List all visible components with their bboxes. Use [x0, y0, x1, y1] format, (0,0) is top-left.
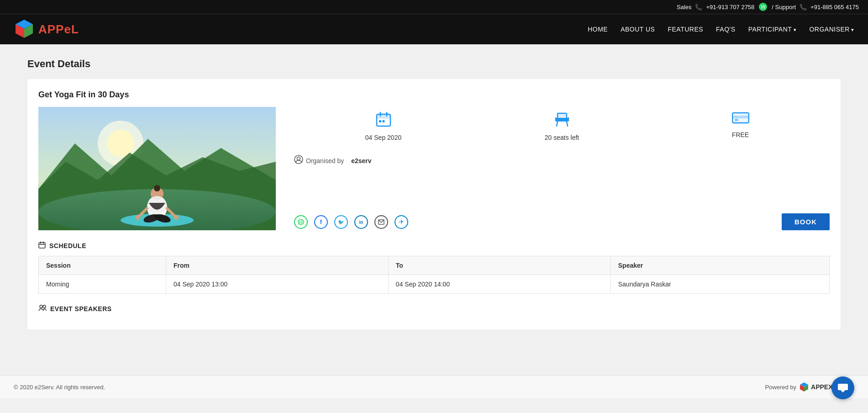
- phone-icon-2: 📞: [800, 4, 807, 11]
- svg-point-50: [40, 305, 42, 308]
- organiser-icon: [294, 155, 303, 166]
- speakers-title: EVENT SPEAKERS: [50, 305, 112, 312]
- linkedin-share-icon[interactable]: in: [354, 215, 368, 229]
- nav-about[interactable]: ABOUT US: [621, 26, 655, 33]
- svg-point-16: [174, 215, 179, 220]
- nav-features[interactable]: FEATURES: [668, 26, 703, 33]
- event-card: Get Yoga Fit in 30 Days: [27, 79, 841, 329]
- footer: © 2020 e2Serv. All rights reserved. Powe…: [0, 375, 868, 398]
- svg-point-15: [136, 215, 140, 220]
- cell-speaker: Saundarya Raskar: [610, 275, 829, 294]
- svg-rect-24: [379, 120, 381, 122]
- book-button[interactable]: BOOK: [782, 213, 830, 230]
- svg-rect-46: [39, 243, 45, 248]
- price-stat: FREE: [651, 107, 830, 146]
- chat-button[interactable]: [831, 376, 854, 398]
- email-share-icon[interactable]: [374, 215, 388, 229]
- nav-organiser-dropdown[interactable]: ORGANISER: [809, 26, 854, 33]
- svg-text:in: in: [359, 220, 363, 225]
- cell-to: 04 Sep 2020 14:00: [388, 275, 610, 294]
- calendar-icon: [376, 111, 391, 130]
- table-row: Morning04 Sep 2020 13:0004 Sep 2020 14:0…: [39, 275, 830, 294]
- logo-text: APPeL: [38, 22, 79, 37]
- col-from: From: [166, 256, 388, 275]
- col-speaker: Speaker: [610, 256, 829, 275]
- seats-stat: 20 seats left: [473, 107, 651, 146]
- schedule-calendar-icon: [38, 241, 46, 250]
- svg-rect-28: [558, 113, 567, 119]
- nav-participant-dropdown[interactable]: PARTICIPANT: [748, 26, 797, 33]
- seats-count: 20 seats left: [545, 134, 579, 141]
- logo-icon: [14, 19, 35, 40]
- header: APPeL HOME ABOUT US FEATURES FAQ'S PARTI…: [0, 14, 868, 44]
- cell-from: 04 Sep 2020 13:00: [166, 275, 388, 294]
- top-bar: Sales 📞 +91-913 707 2758 W / Support 📞 +…: [0, 0, 868, 14]
- organiser-row: Organised by e2serv: [294, 155, 830, 166]
- svg-line-30: [567, 122, 568, 126]
- speakers-section: EVENT SPEAKERS: [38, 305, 830, 313]
- svg-line-29: [557, 122, 558, 126]
- whatsapp-icon: W: [759, 3, 767, 11]
- appex-cube-icon: [799, 382, 809, 392]
- nav-faqs[interactable]: FAQ'S: [716, 26, 736, 33]
- sales-phone: +91-913 707 2758: [706, 4, 754, 11]
- svg-text:W: W: [299, 220, 303, 225]
- nav-home[interactable]: HOME: [588, 26, 608, 33]
- svg-text:f: f: [320, 219, 322, 225]
- telegram-share-icon[interactable]: ✈: [395, 215, 408, 229]
- speakers-header: EVENT SPEAKERS: [38, 305, 830, 313]
- seats-icon: [554, 111, 570, 130]
- sales-label: Sales: [677, 4, 692, 11]
- schedule-header: SCHEDULE: [38, 241, 830, 250]
- event-title: Get Yoga Fit in 30 Days: [38, 90, 830, 100]
- spacer: [294, 174, 830, 213]
- organiser-name: e2serv: [351, 157, 371, 164]
- support-label: / Support: [772, 4, 796, 11]
- svg-rect-21: [377, 114, 390, 119]
- svg-point-12: [154, 185, 160, 191]
- copyright-text: © 2020 e2Serv. All rights reserved.: [14, 384, 105, 391]
- svg-rect-36: [735, 119, 738, 121]
- svg-rect-35: [732, 116, 749, 118]
- main-content: Event Details Get Yoga Fit in 30 Days: [0, 44, 868, 375]
- event-price: FREE: [732, 131, 749, 138]
- price-icon: [732, 111, 749, 127]
- svg-rect-25: [382, 120, 384, 122]
- speakers-icon: [38, 305, 47, 313]
- cell-session: Morning: [39, 275, 166, 294]
- nav-organiser[interactable]: ORGANISER: [809, 26, 854, 33]
- whatsapp-share-icon[interactable]: W: [294, 215, 308, 229]
- organiser-prefix: Organised by: [306, 157, 344, 164]
- social-icons: W f 🐦 in: [294, 215, 408, 229]
- svg-point-51: [43, 305, 46, 308]
- event-info-panel: 04 Sep 2020: [294, 107, 830, 230]
- nav-participant[interactable]: PARTICIPANT: [748, 26, 797, 33]
- social-book-row: W f 🐦 in: [294, 213, 830, 230]
- schedule-table: Session From To Speaker Morning04 Sep 20…: [38, 256, 830, 294]
- event-date: 04 Sep 2020: [365, 134, 401, 141]
- event-image: [38, 107, 276, 230]
- support-phone: +91-885 065 4175: [810, 4, 859, 11]
- svg-text:🐦: 🐦: [338, 219, 344, 225]
- powered-by-text: Powered by: [765, 384, 796, 391]
- page-title: Event Details: [27, 58, 841, 70]
- schedule-title: SCHEDULE: [49, 242, 86, 249]
- phone-icon: 📞: [695, 4, 702, 11]
- date-stat: 04 Sep 2020: [294, 107, 473, 146]
- svg-point-38: [297, 157, 300, 160]
- facebook-share-icon[interactable]: f: [314, 215, 328, 229]
- main-nav: HOME ABOUT US FEATURES FAQ'S PARTICIPANT…: [588, 26, 854, 33]
- svg-text:✈: ✈: [399, 219, 404, 225]
- twitter-share-icon[interactable]: 🐦: [334, 215, 348, 229]
- event-top-section: 04 Sep 2020: [38, 107, 830, 230]
- logo-area: APPeL: [14, 19, 79, 40]
- stats-row: 04 Sep 2020: [294, 107, 830, 146]
- col-session: Session: [39, 256, 166, 275]
- col-to: To: [388, 256, 610, 275]
